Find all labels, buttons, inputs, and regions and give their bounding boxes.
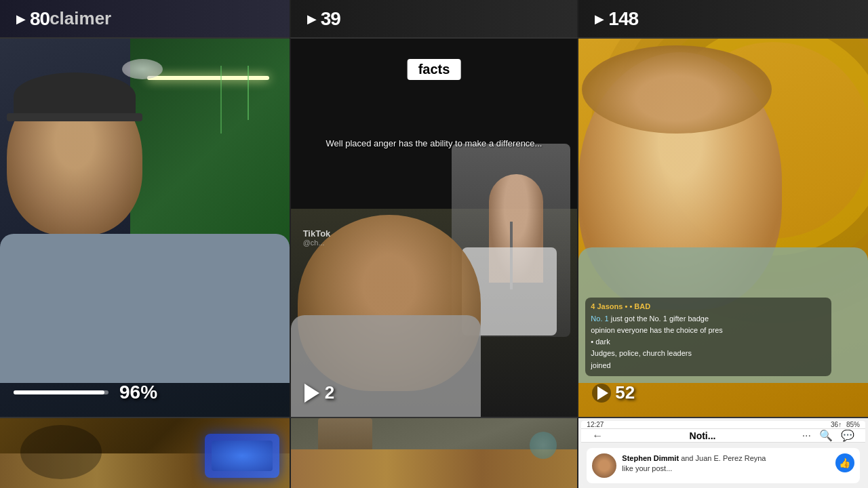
play-count-right: 52 bbox=[592, 382, 635, 403]
top-right-cell: ▶ 148 bbox=[578, 0, 868, 37]
like-button[interactable]: 👍 bbox=[835, 453, 854, 472]
claimer-text: claimer bbox=[50, 8, 111, 29]
main-grid: ▶ 80 claimer ▶ 39 ▶ 148 bbox=[0, 0, 868, 488]
mid-center-cell[interactable]: facts Well placed anger has the ability … bbox=[290, 37, 579, 417]
play-count-right-value: 52 bbox=[615, 382, 635, 403]
phone-status-right: 36↑ 85% bbox=[831, 421, 860, 428]
chat-line-1: 4 Jasons • • BAD bbox=[591, 302, 826, 311]
view-count-top-right: 148 bbox=[608, 8, 638, 30]
chat-line-6: joined bbox=[591, 361, 826, 370]
search-icon[interactable]: 🔍 bbox=[819, 429, 833, 442]
chat-line-2: No. 1 just got the No. 1 gifter badge bbox=[591, 314, 826, 323]
bot-center-cell bbox=[290, 417, 579, 488]
subtitle-text: Well placed anger has the ability to mak… bbox=[326, 138, 542, 148]
play-icon-top-center: ▶ bbox=[307, 12, 317, 26]
mid-right-cell[interactable]: 4 Jasons • • BAD No. 1 just got the No. … bbox=[578, 37, 868, 417]
facts-badge: facts bbox=[408, 59, 461, 80]
messenger-icon[interactable]: 💬 bbox=[841, 429, 854, 442]
back-icon[interactable]: ← bbox=[592, 430, 603, 442]
phone-content: Stephen Dimmit and Juan E. Perez Reyna l… bbox=[581, 443, 865, 485]
phone-screen: 12:27 36↑ 85% ← Noti... ··· 🔍 💬 Ste bbox=[581, 421, 865, 485]
play-count-center: 2 bbox=[304, 382, 334, 403]
play-icon-top-left: ▶ bbox=[16, 12, 26, 26]
progress-bar-bg bbox=[14, 390, 108, 394]
bot-left-cell bbox=[0, 417, 290, 488]
notif-avatar bbox=[592, 453, 616, 478]
progress-bar-fill bbox=[14, 390, 104, 394]
play-icon-top-right: ▶ bbox=[595, 12, 604, 26]
top-left-cell: ▶ 80 claimer bbox=[0, 0, 290, 37]
chat-line-3: opinion everyone has the choice of pres bbox=[591, 325, 826, 335]
view-count-top-center: 39 bbox=[321, 8, 340, 30]
notif-text2: like your post... bbox=[622, 464, 672, 472]
phone-nav-bar: ← Noti... ··· 🔍 💬 bbox=[581, 429, 865, 443]
tiktok-logo: TikTok bbox=[303, 228, 331, 239]
phone-status-bar: 12:27 36↑ 85% bbox=[581, 421, 865, 429]
mid-left-cell[interactable]: 96% bbox=[0, 37, 290, 417]
nav-title: Noti... bbox=[607, 430, 797, 441]
notification-item: Stephen Dimmit and Juan E. Perez Reyna l… bbox=[587, 448, 860, 483]
more-icon[interactable]: ··· bbox=[802, 430, 811, 442]
phone-time: 12:27 bbox=[587, 421, 604, 428]
bot-right-cell[interactable]: 12:27 36↑ 85% ← Noti... ··· 🔍 💬 Ste bbox=[578, 417, 868, 488]
chat-overlay: 4 Jasons • • BAD No. 1 just got the No. … bbox=[585, 298, 831, 376]
notif-name: Stephen Dimmit bbox=[622, 454, 679, 462]
tiktok-user: @ch... bbox=[303, 239, 331, 247]
chat-line-5: Judges, police, church leaders bbox=[591, 348, 826, 358]
play-count-value: 2 bbox=[325, 382, 334, 403]
view-count-top-left: 80 bbox=[30, 8, 50, 30]
top-center-cell: ▶ 39 bbox=[290, 0, 579, 37]
progress-container: 96% bbox=[14, 382, 157, 403]
progress-percent: 96% bbox=[119, 382, 157, 403]
chat-line-4: • dark bbox=[591, 337, 826, 346]
notif-text: Stephen Dimmit and Juan E. Perez Reyna l… bbox=[622, 453, 766, 474]
notif-text1: and Juan E. Perez Reyna bbox=[681, 454, 766, 462]
